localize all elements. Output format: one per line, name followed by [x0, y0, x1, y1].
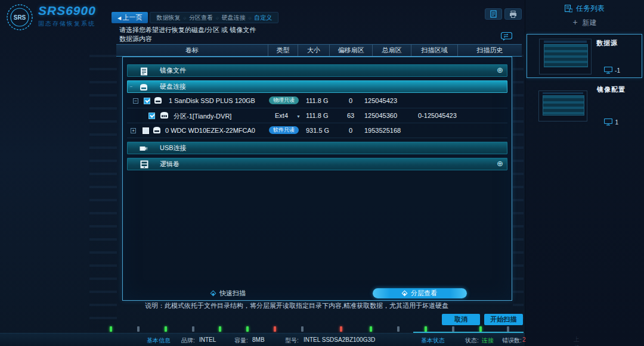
printer-icon [509, 11, 517, 18]
plus-icon [572, 17, 577, 27]
cancel-button[interactable]: 取消 [442, 314, 480, 325]
disk-row-wdc[interactable]: 0 WDC WD10EZEX-22MFCA0 软件只读 931.5 G 0 19… [127, 123, 507, 138]
disk-size: 111.8 G [306, 97, 329, 104]
basic-info-tab[interactable]: 基本信息 [147, 336, 171, 345]
quick-scan-radio[interactable]: 快速扫描 [211, 289, 246, 298]
usb-icon [140, 145, 148, 152]
collapse-icon[interactable] [129, 85, 134, 89]
disk-row-sandisk[interactable]: 1 SanDisk SSD PLUS 120GB 物理只读 111.8 G 0 … [127, 93, 507, 108]
report-button[interactable] [485, 8, 502, 20]
source-panel: 镜像文件 硬盘连接 1 SanDisk SSD PLUS 1 [122, 57, 512, 301]
quick-scan-label: 快速扫描 [219, 289, 246, 298]
task-footer: -1 [604, 67, 620, 74]
capacity-label: 容量: [234, 336, 248, 345]
checkbox-checked[interactable] [144, 98, 150, 104]
status-bar: 基本信息 品牌: INTEL 容量: 8MB 型号: INTEL SSDSA2B… [0, 333, 525, 346]
status-led [301, 326, 304, 332]
task-monitor-num: -1 [615, 67, 620, 74]
partition-row[interactable]: 分区-1[Tiandy-DVR] Ext4 111.8 G 63 1250453… [127, 108, 507, 123]
layered-view-radio[interactable]: 分层查看 [373, 288, 467, 298]
partition-icon [159, 111, 169, 119]
col-header-volume: 卷标 [116, 45, 268, 56]
col-header-history: 扫描历史 [457, 45, 522, 56]
status-led [192, 326, 194, 332]
task-label: 数据源 [596, 39, 618, 48]
partition-offset: 63 [340, 112, 361, 119]
monitor-icon [604, 119, 612, 126]
back-button[interactable]: 上一页 [112, 12, 148, 23]
checkbox-unchecked[interactable] [143, 127, 149, 134]
checkbox-checked[interactable] [148, 113, 155, 119]
brand-value: INTEL [199, 336, 216, 343]
disk-icon [139, 83, 148, 91]
breadcrumb-item-recover[interactable]: 数据恢复 [156, 14, 180, 22]
breadcrumb-sep-icon: ◇ [249, 15, 252, 20]
disk-icon [153, 96, 163, 104]
status-led [452, 326, 454, 332]
diamond-radio-icon [402, 291, 408, 297]
error-label: 错误数: [502, 336, 522, 345]
state-value: 连接 [482, 336, 494, 345]
rack-decoration-left [89, 55, 117, 330]
status-led [425, 326, 427, 332]
breadcrumb-item-partition[interactable]: 分区查看 [189, 14, 213, 22]
report-icon [490, 10, 497, 18]
app-brand: SRS SRS6900 固态存储恢复系统 [6, 4, 96, 31]
toolbar [485, 8, 522, 20]
new-task-button[interactable]: 新建 [525, 17, 644, 28]
status-led [370, 326, 372, 332]
status-led [246, 326, 249, 332]
rack-decoration-right [513, 55, 524, 330]
mode-description: 说明：此模式依托于文件目录结构，将分层展开读取指定目录下内容,精准获取数据，尤其… [145, 301, 448, 310]
sidebar-header: 任务列表 [525, 4, 644, 14]
start-scan-button[interactable]: 开始扫描 [484, 314, 523, 325]
task-card-imageconfig[interactable]: 镜像配置 1 [527, 83, 642, 130]
new-task-label: 新建 [583, 18, 597, 27]
disk-name: 1 SanDisk SSD PLUS 120GB [169, 97, 255, 104]
task-label: 镜像配置 [597, 85, 626, 94]
task-card-datasource[interactable]: 数据源 -1 [527, 34, 642, 78]
table-header: 卷标 类型 大小 偏移扇区 总扇区 扫描区域 扫描历史 [116, 44, 522, 57]
collapse-icon[interactable] [133, 98, 138, 104]
watermark: 上传数据似乎已暂停 [574, 335, 580, 346]
scan-mode-row: 快速扫描 分层查看 [123, 288, 512, 300]
disk-size: 931.5 G [306, 127, 329, 134]
brand-label: 品牌: [181, 336, 195, 345]
task-list-icon [565, 5, 572, 13]
sync-chat-button[interactable] [501, 32, 512, 41]
readonly-badge: 软件只读 [269, 126, 299, 134]
status-led [479, 326, 482, 332]
nav-bar: 上一页 数据恢复 ◇ 分区查看 ◇ 硬盘连接 ◇ 自定义 [112, 12, 278, 23]
group-row-image-file[interactable]: 镜像文件 [127, 64, 507, 77]
partition-size: 111.8 G [306, 112, 329, 119]
app-subtitle: 固态存储恢复系统 [38, 20, 96, 28]
instruction-text: 请选择您希望进行恢复的磁盘/分区 或 镜像文件 数据源内容 [119, 26, 256, 43]
basic-status-tab[interactable]: 基本状态 [421, 336, 445, 345]
partition-scan-range: 0-125045423 [418, 112, 457, 119]
group-row-usb[interactable]: USB连接 [127, 142, 507, 154]
col-header-size: 大小 [298, 45, 329, 56]
group-row-logical[interactable]: 逻辑卷 [127, 158, 507, 170]
filesystem-select[interactable]: Ext4 [275, 112, 301, 119]
expand-icon[interactable] [131, 128, 136, 133]
print-button[interactable] [504, 8, 522, 20]
group-row-disk-connect[interactable]: 硬盘连接 [127, 80, 507, 93]
sync-chat-icon [501, 32, 512, 41]
monitor-icon [604, 67, 612, 74]
disk-name: 0 WDC WD10EZEX-22MFCA0 [165, 127, 255, 134]
breadcrumb-item-disk[interactable]: 硬盘连接 [222, 14, 246, 22]
breadcrumb-item-current[interactable]: 自定义 [254, 14, 272, 22]
group-label: 硬盘连接 [160, 82, 186, 91]
add-image-button[interactable] [497, 66, 503, 74]
main-window: SRS SRS6900 固态存储恢复系统 上一页 数据恢复 ◇ 分区查看 ◇ 硬… [0, 0, 525, 346]
status-led [219, 326, 221, 332]
col-header-region: 扫描区域 [411, 45, 457, 56]
task-sidebar: 任务列表 新建 数据源 -1 镜像配置 [525, 0, 644, 346]
status-led [340, 326, 342, 332]
add-volume-button[interactable] [497, 159, 503, 168]
disk-offset: 0 [340, 127, 361, 134]
status-led [507, 326, 509, 332]
breadcrumb-sep-icon: ◇ [183, 15, 186, 20]
readonly-badge: 物理只读 [269, 96, 299, 104]
status-highlight-line [413, 332, 524, 333]
